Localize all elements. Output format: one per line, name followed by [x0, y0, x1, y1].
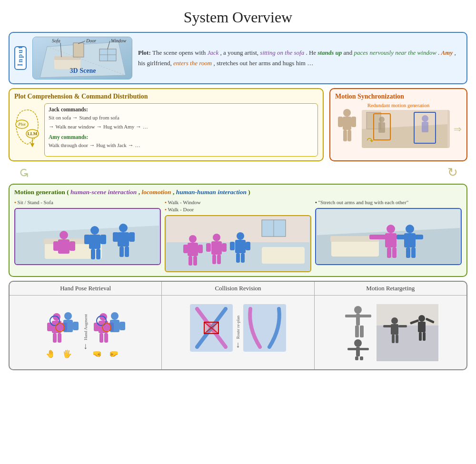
- llm-diagram: Plot LLM: [14, 103, 40, 157]
- svg-rect-44: [89, 235, 100, 249]
- plot-text-4: and: [344, 49, 354, 56]
- svg-rect-100: [58, 333, 61, 343]
- route-replan-arrow: Route re-plan ↓: [236, 316, 240, 350]
- scene-box: Sofa Door Window 3D Scene: [32, 37, 132, 79]
- svg-rect-52: [129, 232, 135, 242]
- motion-sync-title: Motion Synchronization: [335, 93, 462, 100]
- svg-rect-150: [418, 322, 426, 332]
- plot-text-7: , stretches out her arms and hugs him …: [213, 59, 313, 67]
- svg-rect-41: [53, 241, 59, 251]
- curved-arrow-orange: ↷: [367, 136, 374, 146]
- amy-label: Amy commands:: [49, 134, 314, 140]
- svg-rect-110: [94, 323, 99, 331]
- motion-type-1: human-scene interaction: [70, 188, 137, 196]
- motion-body-svg: [335, 109, 359, 149]
- svg-rect-64: [198, 245, 203, 253]
- retargeting-panel: [315, 296, 466, 369]
- bottom-headers: Hand Pose Retrieval Collision Revision M…: [10, 282, 466, 296]
- svg-text:🤛: 🤛: [109, 349, 119, 358]
- svg-rect-147: [392, 335, 395, 343]
- bottom-header-hand-pose: Hand Pose Retrieval: [10, 282, 162, 295]
- motion-sync-images: ↷ ⇒: [335, 110, 462, 148]
- plot-comprehension-box: Plot Comprehension & Command Distributio…: [9, 88, 324, 161]
- input-section: Input: [9, 32, 467, 84]
- svg-rect-75: [230, 242, 235, 250]
- amy-commands-section: Amy commands: Walk through door → Hug wi…: [49, 134, 314, 150]
- svg-rect-144: [391, 324, 398, 335]
- motion-gen-img-2: [165, 215, 311, 272]
- plot-enters: enters the room: [173, 59, 212, 67]
- svg-rect-51: [113, 232, 119, 242]
- svg-rect-78: [241, 253, 245, 263]
- main-container: Input: [0, 32, 476, 375]
- motion-gen-label-3: • "Stretch out arms and hug with each ot…: [315, 199, 408, 206]
- hand-pose-after-svg: 🤜 🤛: [90, 306, 128, 359]
- svg-text:Plot: Plot: [18, 122, 26, 127]
- svg-rect-131: [358, 315, 371, 317]
- svg-rect-60: [262, 247, 305, 264]
- svg-text:3D Scene: 3D Scene: [70, 67, 96, 74]
- svg-rect-31: [378, 122, 385, 133]
- scene-svg-3: [316, 209, 461, 265]
- motion-gen-item-1: • Sit / Stand - Sofa: [14, 199, 161, 273]
- svg-rect-47: [91, 249, 95, 259]
- svg-rect-116: [119, 322, 125, 330]
- motion-scene-svg: [362, 110, 447, 148]
- svg-text:Window: Window: [111, 38, 127, 43]
- svg-rect-97: [47, 323, 53, 331]
- svg-point-114: [111, 312, 119, 320]
- plot-amy: Amy: [441, 49, 453, 56]
- svg-rect-138: [355, 356, 358, 360]
- input-label: Input: [14, 46, 27, 70]
- plot-label: Plot:: [138, 49, 152, 56]
- plot-text-box: Plot: The scene opens with Jack , a youn…: [138, 48, 462, 69]
- svg-rect-84: [385, 233, 397, 247]
- collision-panel: Route re-plan ↓: [162, 296, 314, 369]
- motion-gen-img-3: [315, 208, 462, 265]
- collision-content: Route re-plan ↓: [165, 298, 311, 366]
- svg-point-49: [119, 224, 128, 232]
- svg-point-149: [418, 315, 425, 322]
- motion-sync-subtitle: Redundant motion generation: [335, 102, 462, 108]
- motion-sync-box: Motion Synchronization Redundant motion …: [329, 88, 467, 161]
- connecting-arrows: ↺ ↻: [9, 165, 467, 180]
- svg-rect-24: [343, 130, 347, 141]
- svg-rect-77: [236, 253, 240, 263]
- svg-rect-54: [125, 247, 129, 257]
- svg-text:LLM: LLM: [28, 131, 38, 136]
- svg-point-67: [213, 234, 220, 241]
- svg-rect-21: [343, 117, 351, 130]
- svg-point-73: [237, 232, 244, 240]
- motion-scene-img: ↷: [362, 110, 450, 148]
- tpose-svg: [343, 304, 374, 361]
- motion-type-3: human-human interaction: [176, 188, 247, 196]
- svg-rect-92: [415, 235, 423, 239]
- svg-rect-72: [217, 255, 221, 264]
- scene-svg: Sofa Door Window 3D Scene: [33, 37, 132, 79]
- svg-rect-3: [99, 49, 116, 61]
- svg-rect-139: [360, 356, 363, 360]
- plot-text-3: . He: [306, 49, 317, 56]
- motion-gen-section: Motion generation ( human-scene interact…: [9, 184, 467, 277]
- collision-before-svg: [190, 304, 233, 361]
- arrow-down-right: ↻: [447, 165, 458, 180]
- svg-rect-142: [377, 304, 438, 326]
- svg-rect-74: [235, 240, 246, 253]
- svg-point-143: [391, 317, 398, 324]
- svg-rect-6: [73, 43, 84, 57]
- svg-rect-113: [104, 333, 108, 343]
- svg-rect-93: [406, 247, 410, 258]
- bottom-content: 🤚 🖐 Hand Augment ↓: [10, 296, 466, 369]
- svg-point-20: [343, 109, 351, 117]
- plot-text-2: , a young artist,: [220, 49, 260, 56]
- route-replan-label: Route re-plan: [236, 316, 240, 339]
- svg-text:Sofa: Sofa: [52, 38, 60, 43]
- svg-rect-22: [338, 117, 343, 127]
- svg-rect-91: [397, 235, 405, 239]
- svg-text:🤚: 🤚: [46, 349, 55, 358]
- bottom-header-retargeting: Motion Retargeting: [315, 282, 466, 295]
- svg-rect-145: [383, 325, 392, 327]
- motion-gen-label-1: • Sit / Stand - Sofa: [14, 199, 53, 206]
- motion-images-row: • Sit / Stand - Sofa: [14, 199, 462, 273]
- svg-rect-88: [392, 247, 397, 258]
